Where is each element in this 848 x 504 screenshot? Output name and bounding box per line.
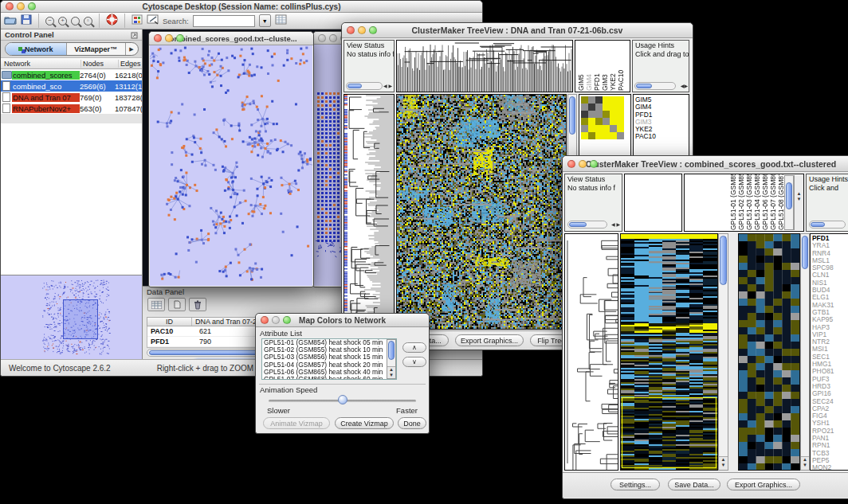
tv1-zoom-cell[interactable] <box>581 111 588 118</box>
tv1-zoom-cell[interactable] <box>610 132 617 139</box>
tv1-zoom-cell[interactable] <box>595 132 603 139</box>
tv2-column-label[interactable]: GPL51-01 (GSM854) <box>729 175 737 230</box>
tv1-zoom-matrix[interactable] <box>581 96 629 139</box>
zoom-out-icon[interactable]: − <box>45 17 54 25</box>
tv2-row-dendrogram[interactable] <box>564 233 618 471</box>
tv1-zoom-cell[interactable] <box>581 132 588 139</box>
tv1-zoom-cell[interactable] <box>581 104 588 111</box>
create-vizmap-button[interactable]: Create Vizmap <box>335 417 394 429</box>
tv1-zoom-cell[interactable] <box>610 118 617 125</box>
zoom-window-button[interactable] <box>28 2 36 10</box>
tv2-column-label[interactable]: GPL51-07 (GSM868) <box>769 175 777 230</box>
network-window-titlebar[interactable]: combined_scores_good.txt--cluste... <box>149 32 313 45</box>
float-panel-icon[interactable] <box>131 28 138 42</box>
tv1-zoom-cell[interactable] <box>610 111 617 118</box>
minimize-button[interactable] <box>579 160 587 168</box>
save-icon[interactable] <box>21 14 32 28</box>
birdseye-view[interactable] <box>1 275 142 360</box>
tab-overflow-arrow[interactable]: ▶ <box>126 43 138 55</box>
tv1-zoom-cell[interactable] <box>617 111 624 118</box>
move-attribute-up-button[interactable]: ∧ <box>402 342 426 353</box>
treeview2-titlebar[interactable]: ClusterMaker TreeView : combined_scores_… <box>563 156 848 172</box>
zoom-window-button[interactable] <box>590 160 598 168</box>
close-button[interactable] <box>567 160 575 168</box>
tv1-zoom-cell[interactable] <box>617 104 624 111</box>
minimize-button[interactable] <box>17 2 25 10</box>
attribute-list-vscrollbar[interactable]: ▲▼ <box>387 339 396 379</box>
delete-attribute-icon[interactable] <box>189 298 206 311</box>
vizmapper-shortcut-icon[interactable] <box>132 14 143 28</box>
scroll-left-right-arrows[interactable]: ◀ ▶ <box>383 84 392 89</box>
network-list-row[interactable]: RNAPuberNov2+563(0)107847(0) <box>1 103 142 114</box>
dialog-titlebar[interactable]: Map Colors to Network <box>256 314 429 327</box>
tv1-row-label[interactable]: PAC10 <box>634 133 689 140</box>
main-titlebar[interactable]: Cytoscape Desktop (Session Name: collins… <box>1 1 482 13</box>
tv1-zoom-cell[interactable] <box>617 118 624 125</box>
zoom-window-button[interactable] <box>369 26 377 34</box>
attribute-list-item[interactable]: GPL51-07 (GSM868) heat shock 60 min <box>262 376 396 380</box>
export-graphics-button[interactable]: Export Graphics... <box>455 334 524 346</box>
tv1-zoom-cell[interactable] <box>588 118 595 125</box>
tv2-usage-hscrollbar[interactable] <box>809 221 846 229</box>
tv1-zoom-cell[interactable] <box>617 132 624 139</box>
minimize-button[interactable] <box>165 34 173 42</box>
tv1-zoom-cell[interactable] <box>617 96 624 104</box>
tv1-zoom-cell[interactable] <box>610 125 617 132</box>
col-header-nodes[interactable]: Nodes <box>81 60 119 68</box>
tv2-status-hscrollbar[interactable] <box>567 221 607 229</box>
dp-col-id[interactable]: ID <box>147 318 192 326</box>
tv1-zoom-cell[interactable] <box>588 132 595 139</box>
tv1-zoom-cell[interactable] <box>603 111 610 118</box>
move-attribute-down-button[interactable]: ∨ <box>402 357 426 367</box>
tv1-usage-hscrollbar[interactable] <box>634 82 676 90</box>
tv1-column-label[interactable]: PFD1 <box>593 41 601 91</box>
select-attributes-icon[interactable] <box>147 298 165 311</box>
close-button[interactable] <box>318 34 326 42</box>
tv2-collabels-arrows[interactable]: ▲▼ <box>794 175 803 230</box>
animation-speed-slider-thumb[interactable] <box>338 395 347 404</box>
tv2-gene-label[interactable]: MON2 <box>811 464 848 471</box>
tv1-column-label[interactable]: PAC10 <box>617 41 625 91</box>
minimize-button[interactable] <box>329 34 337 42</box>
tv1-zoom-cell[interactable] <box>603 96 610 104</box>
tv1-heatmap[interactable] <box>396 94 567 330</box>
tv1-column-label[interactable]: YKE2 <box>609 41 617 91</box>
minimize-button[interactable] <box>358 26 366 34</box>
open-file-icon[interactable] <box>4 14 17 28</box>
tv1-zoom-cell[interactable] <box>603 132 610 139</box>
col-header-edges[interactable]: Edges <box>119 60 142 68</box>
zoom-fit-icon[interactable] <box>71 17 80 25</box>
treeview1-titlebar[interactable]: ClusterMaker TreeView : DNA and Tran 07-… <box>342 23 693 38</box>
tv1-zoom-cell[interactable] <box>595 111 603 118</box>
tv2-column-label[interactable]: GPL51-04 (GSM857) <box>753 175 761 230</box>
tv1-zoom-cell[interactable] <box>588 96 595 104</box>
tab-network[interactable]: Network <box>6 43 67 55</box>
search-input[interactable] <box>193 15 255 27</box>
tv1-zoom-cell[interactable] <box>595 118 603 125</box>
tv2-heatmap[interactable] <box>620 233 718 471</box>
tv1-column-label[interactable]: GIM5 <box>577 41 585 91</box>
tv1-zoom-cell[interactable] <box>588 111 595 118</box>
tv2-column-label[interactable]: GPL51-03 (GSM856) <box>745 175 753 230</box>
tab-vizmapper[interactable]: VizMapper™ <box>67 43 126 55</box>
tv1-zoom-cell[interactable] <box>595 125 603 132</box>
tv1-zoom-cell[interactable] <box>603 104 610 111</box>
search-dropdown-arrow[interactable]: ▼ <box>259 14 271 27</box>
done-button[interactable]: Done <box>398 417 426 429</box>
tv1-zoom-cell[interactable] <box>595 96 603 104</box>
tv1-zoom-cell[interactable] <box>603 118 610 125</box>
tv1-zoom-cell[interactable] <box>617 125 624 132</box>
network-list-row[interactable]: combined_sco2569(6)13112(15) <box>1 80 142 92</box>
tv1-zoom-cell[interactable] <box>610 96 617 104</box>
settings-button[interactable]: Settings... <box>610 479 660 490</box>
zoom-selected-icon[interactable]: ▫ <box>84 17 92 25</box>
tv2-column-dendrogram[interactable] <box>624 174 682 232</box>
tv2-zoom-vscrollbar[interactable]: ▲▼ <box>800 233 810 471</box>
tv2-zoom-heatmap[interactable] <box>738 233 800 471</box>
network-view-canvas[interactable] <box>150 45 312 286</box>
network-list-row[interactable]: combined_scores2764(0)16218(0) <box>1 69 142 80</box>
help-lifering-icon[interactable] <box>106 14 118 29</box>
scroll-left-right-arrows[interactable]: ◀▶ <box>681 84 688 89</box>
close-button[interactable] <box>261 316 269 324</box>
col-header-network[interactable]: Network <box>1 60 81 68</box>
